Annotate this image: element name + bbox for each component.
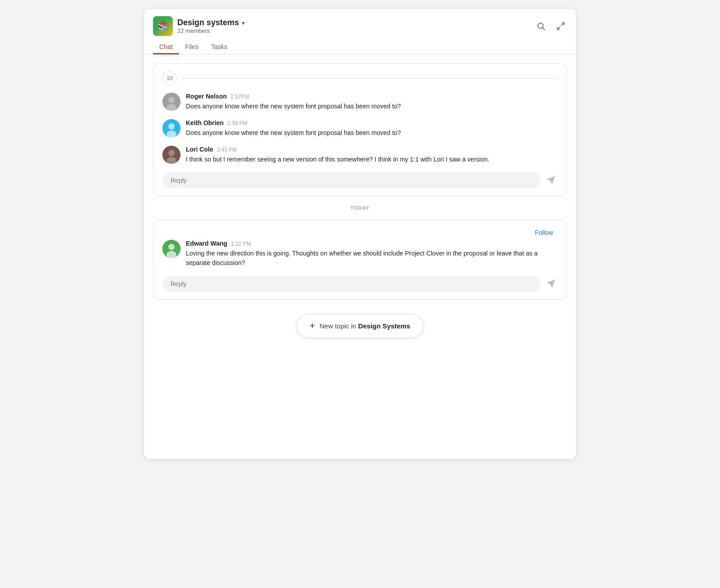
svg-point-8 <box>168 123 175 130</box>
message-body-1: Roger Nelson 2:37PM Does anyone know whe… <box>186 93 558 111</box>
time-4: 1:22 PM <box>231 241 251 247</box>
tabs-bar: Chat Files Tasks <box>144 36 576 54</box>
svg-line-3 <box>558 27 560 30</box>
avatar-lori <box>162 146 180 164</box>
search-icon <box>536 22 545 31</box>
message-1: Roger Nelson 2:37PM Does anyone know whe… <box>162 93 558 111</box>
avatar-roger <box>162 93 180 111</box>
message-header-3: Lori Cole 2:43 PM <box>186 146 558 153</box>
thread-card-2: Follow Edward Wang 1:22 PM Loving <box>153 220 567 300</box>
dropdown-icon[interactable]: ▾ <box>242 19 245 27</box>
new-topic-label-bold: Design Systems <box>358 322 410 330</box>
svg-point-16 <box>168 244 175 250</box>
new-topic-button[interactable]: + New topic in Design Systems <box>297 314 423 338</box>
plus-icon: + <box>310 321 315 331</box>
reply-row-2 <box>162 276 558 292</box>
message-body-4: Edward Wang 1:22 PM Loving the new direc… <box>186 240 558 268</box>
today-label: TODAY <box>351 205 369 211</box>
send-icon-1 <box>546 175 556 185</box>
header-actions <box>535 20 567 32</box>
svg-marker-19 <box>547 280 555 288</box>
author-keith: Keith Obrien <box>186 119 224 126</box>
send-icon-2 <box>546 279 556 289</box>
message-body-2: Keith Obrien 2:39 PM Does anyone know wh… <box>186 119 558 138</box>
text-3: I think so but I remember seeing a new v… <box>186 155 558 164</box>
message-header-1: Roger Nelson 2:37PM <box>186 93 558 100</box>
main-content: 10 Roger Nelson 2:37PM Do <box>144 54 576 347</box>
avatar-keith <box>162 119 180 137</box>
member-count: 22 members <box>177 27 245 34</box>
keith-face <box>162 119 180 137</box>
tab-chat[interactable]: Chat <box>153 40 179 54</box>
svg-point-11 <box>168 150 175 156</box>
thread-card-header: Follow <box>162 227 558 238</box>
author-edward: Edward Wang <box>186 240 227 247</box>
lori-face <box>162 146 180 164</box>
message-header-2: Keith Obrien 2:39 PM <box>186 119 558 126</box>
svg-line-2 <box>562 23 564 26</box>
message-body-3: Lori Cole 2:43 PM I think so but I remem… <box>186 146 558 164</box>
group-avatar: 📚 <box>153 16 173 36</box>
message-2: Keith Obrien 2:39 PM Does anyone know wh… <box>162 119 558 138</box>
new-topic-label-normal: New topic in <box>320 322 358 330</box>
header: 📚 Design systems ▾ 22 members <box>144 9 576 36</box>
collapse-icon <box>556 22 565 31</box>
reply-input-1[interactable] <box>162 172 540 189</box>
time-3: 2:43 PM <box>217 147 237 153</box>
time-2: 2:39 PM <box>227 120 248 126</box>
reply-row-1 <box>162 172 558 189</box>
svg-point-5 <box>168 97 175 103</box>
collapse-button[interactable] <box>554 20 567 32</box>
svg-point-0 <box>538 23 543 28</box>
header-info: Design systems ▾ 22 members <box>177 18 245 34</box>
message-3: Lori Cole 2:43 PM I think so but I remem… <box>162 146 558 164</box>
roger-face <box>162 93 180 111</box>
reply-input-2[interactable] <box>162 276 540 292</box>
header-title-row: Design systems ▾ <box>177 18 245 27</box>
count-badge: 10 <box>162 71 177 85</box>
message-4: Edward Wang 1:22 PM Loving the new direc… <box>162 240 558 268</box>
new-topic-container: + New topic in Design Systems <box>153 314 567 338</box>
text-1: Does anyone know where the new system fo… <box>186 102 558 111</box>
send-button-2[interactable] <box>544 277 558 291</box>
send-button-1[interactable] <box>544 174 558 187</box>
avatar-edward <box>162 240 180 258</box>
time-1: 2:37PM <box>230 94 249 100</box>
author-lori: Lori Cole <box>186 146 213 153</box>
app-container: 📚 Design systems ▾ 22 members <box>144 9 576 459</box>
divider-row: 10 <box>162 71 558 85</box>
tab-tasks[interactable]: Tasks <box>205 40 234 54</box>
group-name: Design systems <box>177 18 239 27</box>
header-left: 📚 Design systems ▾ 22 members <box>153 16 245 36</box>
svg-marker-14 <box>547 176 555 184</box>
svg-line-1 <box>543 28 544 30</box>
message-header-4: Edward Wang 1:22 PM <box>186 240 558 247</box>
divider-line <box>181 78 558 79</box>
text-2: Does anyone know where the new system fo… <box>186 128 558 138</box>
edward-face <box>162 240 180 258</box>
search-button[interactable] <box>535 20 547 32</box>
follow-button[interactable]: Follow <box>531 227 558 238</box>
author-roger: Roger Nelson <box>186 93 227 100</box>
today-divider: TODAY <box>153 205 567 211</box>
thread-card-1: 10 Roger Nelson 2:37PM Do <box>153 63 567 196</box>
tab-files[interactable]: Files <box>179 40 205 54</box>
new-topic-label: New topic in Design Systems <box>320 322 410 330</box>
text-4: Loving the new direction this is going. … <box>186 249 558 268</box>
